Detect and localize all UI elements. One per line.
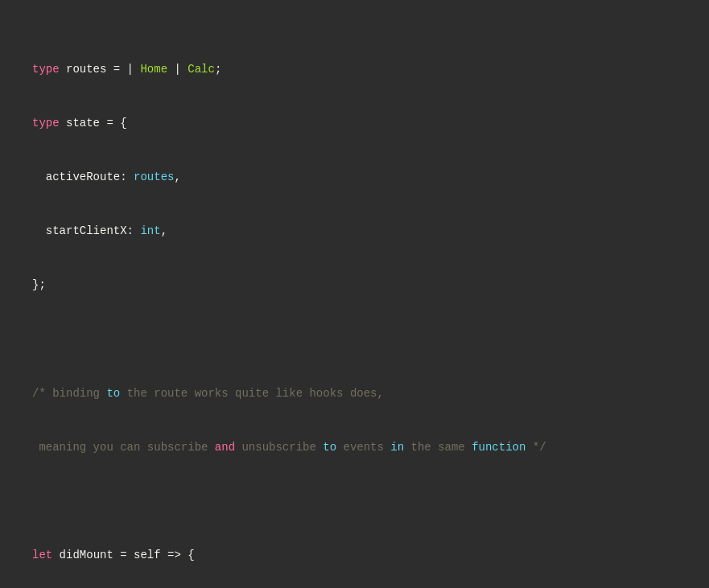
line-1: type routes = | Home | Calc; [32,60,677,78]
code-editor: type routes = | Home | Calc; type state … [32,24,677,588]
line-7: /* binding to the route works quite like… [32,384,677,402]
line-6 [32,331,677,348]
line-2: type state = { [32,114,677,132]
line-3: activeRoute: routes, [32,168,677,186]
line-8: meaning you can subscribe and unsubscrib… [32,438,677,456]
line-4: startClientX: int, [32,222,677,240]
line-9 [32,492,677,510]
line-10: let didMount = self => { [32,546,677,564]
line-5: }; [32,276,677,294]
